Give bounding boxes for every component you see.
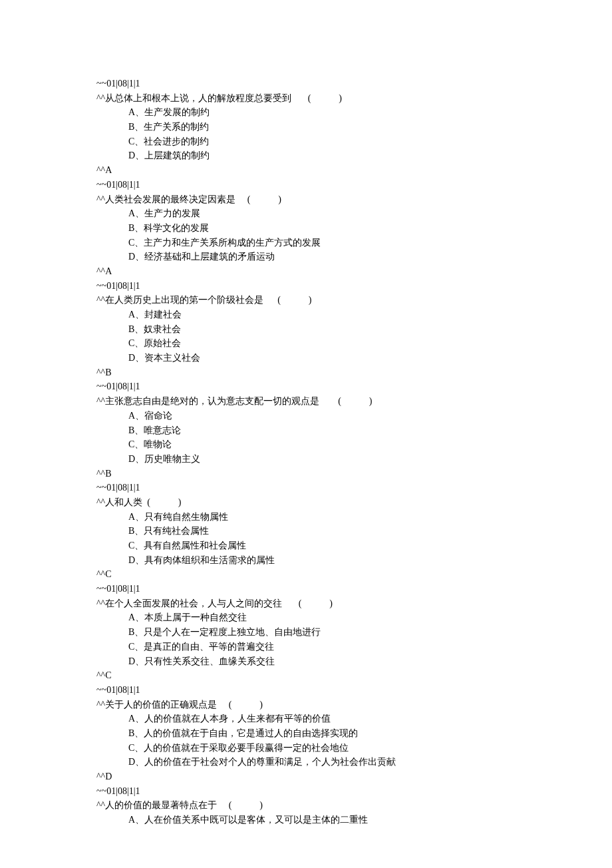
question-stem: ^^关于人的价值的正确观点是 ( ): [96, 698, 612, 712]
answer-blank: ( ): [217, 700, 263, 710]
question-option: C、人的价值就在于采取必要手段赢得一定的社会地位: [96, 741, 612, 756]
question-option: B、唯意志论: [96, 423, 612, 438]
answer-prefix: ^^: [96, 266, 105, 276]
question-option: A、生产力的发展: [96, 206, 612, 221]
question-option: B、人的价值就在于自由，它是通过人的自由选择实现的: [96, 726, 612, 741]
question-answer: ^^C: [96, 567, 612, 582]
stem-text: 主张意志自由是绝对的，认为意志支配一切的观点是: [105, 396, 319, 406]
question-answer: ^^B: [96, 467, 612, 481]
question-option: C、主产力和生产关系所构成的生产方式的发展: [96, 236, 612, 250]
question-option: B、科学文化的发展: [96, 221, 612, 236]
question-stem: ^^人的价值的最显著特点在于 ( ): [96, 798, 612, 813]
question-option: D、经济基础和上层建筑的矛盾运动: [96, 250, 612, 264]
question-option: B、奴隶社会: [96, 322, 612, 337]
answer-blank: ( ): [217, 800, 263, 810]
question-stem: ^^从总体上和根本上说，人的解放程度总要受到 ( ): [96, 91, 612, 106]
question-option: D、只有性关系交往、血缘关系交往: [96, 654, 612, 669]
answer-value: A: [105, 266, 112, 276]
question-header: ~~01|08|1|1: [96, 784, 612, 799]
answer-blank: ( ): [142, 497, 181, 507]
answer-blank: ( ): [282, 598, 333, 608]
question-option: C、唯物论: [96, 437, 612, 452]
stem-text: 人和人类: [105, 497, 142, 507]
stem-text: 在人类历史上出现的第一个阶级社会是: [105, 295, 263, 305]
stem-prefix: ^^: [96, 93, 105, 103]
question-stem: ^^人和人类 ( ): [96, 495, 612, 510]
question-stem: ^^在人类历史上出现的第一个阶级社会是 ( ): [96, 293, 612, 308]
question-stem: ^^人类社会发展的最终决定因素是 ( ): [96, 192, 612, 207]
answer-value: B: [105, 367, 111, 377]
question-option: B、只有纯社会属性: [96, 524, 612, 539]
stem-prefix: ^^: [96, 396, 105, 406]
stem-prefix: ^^: [96, 598, 105, 608]
stem-text: 在个人全面发展的社会，人与人之间的交往: [105, 598, 282, 608]
question-option: C、是真正的自由、平等的普遍交往: [96, 640, 612, 654]
answer-value: D: [105, 771, 112, 781]
stem-text: 关于人的价值的正确观点是: [105, 700, 217, 710]
question-option: B、只是个人在一定程度上独立地、自由地进行: [96, 625, 612, 640]
question-header: ~~01|08|1|1: [96, 481, 612, 495]
question-option: A、生产发展的制约: [96, 105, 612, 120]
question-answer: ^^D: [96, 769, 612, 784]
answer-blank: ( ): [291, 93, 342, 103]
answer-value: A: [105, 165, 112, 175]
question-option: A、本质上属于一种自然交往: [96, 610, 612, 625]
question-option: C、具有自然属性和社会属性: [96, 539, 612, 553]
document-page: ~~01|08|1|1^^从总体上和根本上说，人的解放程度总要受到 ( )A、生…: [0, 0, 612, 868]
answer-blank: ( ): [235, 194, 281, 204]
stem-text: 从总体上和根本上说，人的解放程度总要受到: [105, 93, 291, 103]
answer-prefix: ^^: [96, 469, 105, 479]
question-header: ~~01|08|1|1: [96, 683, 612, 698]
stem-prefix: ^^: [96, 295, 105, 305]
question-option: A、封建社会: [96, 308, 612, 322]
question-header: ~~01|08|1|1: [96, 582, 612, 596]
question-answer: ^^A: [96, 163, 612, 178]
answer-prefix: ^^: [96, 670, 105, 680]
answer-value: B: [105, 469, 111, 479]
question-stem: ^^主张意志自由是绝对的，认为意志支配一切的观点是 ( ): [96, 394, 612, 409]
question-option: D、上层建筑的制约: [96, 148, 612, 163]
question-option: C、社会进步的制约: [96, 134, 612, 149]
question-answer: ^^A: [96, 264, 612, 279]
stem-prefix: ^^: [96, 800, 105, 810]
answer-prefix: ^^: [96, 771, 105, 781]
question-option: B、生产关系的制约: [96, 120, 612, 134]
question-option: D、人的价值在于社会对个人的尊重和满足，个人为社会作出贡献: [96, 755, 612, 769]
question-option: A、人在价值关系中既可以是客体，又可以是主体的二重性: [96, 813, 612, 827]
question-stem: ^^在个人全面发展的社会，人与人之间的交往 ( ): [96, 596, 612, 611]
answer-blank: ( ): [263, 295, 311, 305]
question-option: D、历史唯物主义: [96, 452, 612, 467]
answer-value: C: [105, 569, 111, 579]
question-option: A、只有纯自然生物属性: [96, 510, 612, 525]
question-option: D、具有肉体组织和生活需求的属性: [96, 553, 612, 568]
stem-prefix: ^^: [96, 700, 105, 710]
question-answer: ^^C: [96, 668, 612, 683]
question-header: ~~01|08|1|1: [96, 379, 612, 394]
answer-prefix: ^^: [96, 165, 105, 175]
stem-prefix: ^^: [96, 497, 105, 507]
question-header: ~~01|08|1|1: [96, 279, 612, 294]
question-option: D、资本主义社会: [96, 351, 612, 365]
question-option: C、原始社会: [96, 336, 612, 351]
answer-prefix: ^^: [96, 569, 105, 579]
question-option: A、人的价值就在人本身，人生来都有平等的价值: [96, 712, 612, 726]
answer-prefix: ^^: [96, 367, 105, 377]
question-header: ~~01|08|1|1: [96, 178, 612, 192]
answer-blank: ( ): [319, 396, 372, 406]
stem-text: 人类社会发展的最终决定因素是: [105, 194, 235, 204]
question-answer: ^^B: [96, 365, 612, 380]
stem-text: 人的价值的最显著特点在于: [105, 800, 217, 810]
answer-value: C: [105, 670, 111, 680]
question-header: ~~01|08|1|1: [96, 77, 612, 91]
stem-prefix: ^^: [96, 194, 105, 204]
question-option: A、宿命论: [96, 409, 612, 423]
